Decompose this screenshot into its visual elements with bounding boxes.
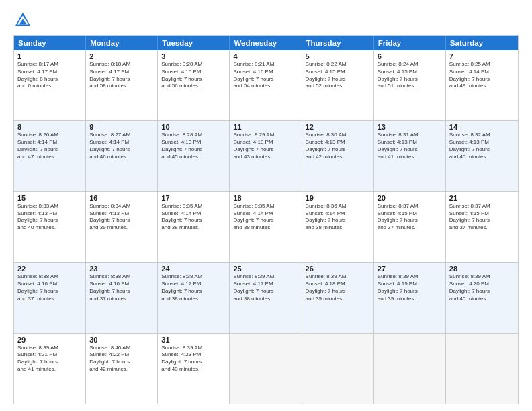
cell-line: Daylight: 7 hours — [161, 359, 226, 366]
cell-line: Daylight: 7 hours — [233, 288, 298, 295]
cell-line: and 54 minutes. — [233, 83, 298, 90]
cell-line: Sunrise: 8:30 AM — [306, 132, 370, 139]
day-cell-1: 1Sunrise: 8:17 AMSunset: 4:17 PMDaylight… — [14, 50, 86, 120]
cell-line: and 38 minutes. — [233, 295, 298, 303]
cell-line: and 43 minutes. — [161, 366, 226, 373]
cell-line: and 43 minutes. — [233, 154, 298, 161]
header-day-monday: Monday — [86, 36, 158, 50]
cell-line: Sunset: 4:23 PM — [161, 351, 226, 359]
cell-line: Daylight: 7 hours — [17, 146, 82, 154]
cell-line: Sunrise: 8:35 AM — [161, 203, 226, 210]
cell-line: Sunset: 4:16 PM — [233, 68, 298, 76]
day-number: 27 — [378, 265, 442, 273]
cell-line: and 41 minutes. — [17, 366, 82, 373]
cell-line: Sunrise: 8:31 AM — [378, 132, 442, 139]
cell-line: Sunrise: 8:17 AM — [17, 61, 82, 68]
day-number: 22 — [17, 265, 82, 273]
day-cell-11: 11Sunrise: 8:29 AMSunset: 4:13 PMDayligh… — [230, 121, 302, 191]
cell-line: Daylight: 7 hours — [233, 146, 298, 154]
day-number: 13 — [378, 123, 442, 131]
day-number: 8 — [17, 123, 82, 131]
day-cell-29: 29Sunrise: 8:39 AMSunset: 4:21 PMDayligh… — [14, 334, 86, 404]
cell-line: Sunrise: 8:22 AM — [306, 61, 370, 68]
day-number: 17 — [161, 194, 226, 202]
cell-line: Daylight: 7 hours — [89, 146, 154, 154]
day-cell-30: 30Sunrise: 8:40 AMSunset: 4:22 PMDayligh… — [86, 334, 158, 404]
day-number: 14 — [449, 123, 515, 131]
cell-line: and 58 minutes. — [89, 83, 154, 90]
page: SundayMondayTuesdayWednesdayThursdayFrid… — [0, 0, 532, 411]
cell-line: Sunset: 4:21 PM — [17, 351, 82, 359]
cell-line: Daylight: 7 hours — [449, 288, 515, 295]
cell-line: Daylight: 7 hours — [449, 146, 515, 154]
cell-line: Sunset: 4:16 PM — [161, 68, 226, 76]
day-number: 23 — [89, 265, 154, 273]
cell-line: Sunrise: 8:38 AM — [161, 273, 226, 281]
cell-line: and 37 minutes. — [89, 295, 154, 303]
cell-line: and 37 minutes. — [378, 224, 442, 232]
cell-line: Sunset: 4:15 PM — [378, 210, 442, 218]
day-cell-21: 21Sunrise: 8:37 AMSunset: 4:15 PMDayligh… — [446, 192, 518, 262]
day-cell-6: 6Sunrise: 8:24 AMSunset: 4:15 PMDaylight… — [374, 50, 446, 120]
day-cell-3: 3Sunrise: 8:20 AMSunset: 4:16 PMDaylight… — [158, 50, 230, 120]
cell-line: Sunrise: 8:21 AM — [233, 61, 298, 68]
cell-line: Sunset: 4:17 PM — [89, 68, 154, 76]
day-cell-16: 16Sunrise: 8:34 AMSunset: 4:13 PMDayligh… — [86, 192, 158, 262]
day-number: 24 — [161, 265, 226, 273]
empty-cell — [302, 334, 374, 404]
calendar-header: SundayMondayTuesdayWednesdayThursdayFrid… — [14, 36, 518, 50]
day-cell-13: 13Sunrise: 8:31 AMSunset: 4:13 PMDayligh… — [374, 121, 446, 191]
cell-line: Sunrise: 8:20 AM — [161, 61, 226, 68]
day-number: 30 — [89, 336, 154, 344]
cell-line: Daylight: 7 hours — [89, 76, 154, 83]
day-cell-25: 25Sunrise: 8:39 AMSunset: 4:17 PMDayligh… — [230, 263, 302, 332]
calendar-week-5: 29Sunrise: 8:39 AMSunset: 4:21 PMDayligh… — [14, 334, 518, 404]
day-number: 31 — [161, 336, 226, 344]
cell-line: Sunset: 4:16 PM — [17, 281, 82, 288]
cell-line: and 38 minutes. — [161, 295, 226, 303]
calendar-week-1: 1Sunrise: 8:17 AMSunset: 4:17 PMDaylight… — [14, 50, 518, 121]
cell-line: Sunset: 4:17 PM — [161, 281, 226, 288]
day-number: 12 — [306, 123, 370, 131]
cell-line: and 37 minutes. — [449, 224, 515, 232]
cell-line: Daylight: 7 hours — [378, 146, 442, 154]
cell-line: Sunrise: 8:24 AM — [378, 61, 442, 68]
cell-line: and 40 minutes. — [17, 224, 82, 232]
cell-line: and 38 minutes. — [233, 224, 298, 232]
cell-line: Sunset: 4:15 PM — [306, 68, 370, 76]
day-number: 26 — [306, 265, 370, 273]
cell-line: Sunrise: 8:26 AM — [17, 132, 82, 139]
cell-line: and 51 minutes. — [378, 83, 442, 90]
day-number: 15 — [17, 194, 82, 202]
cell-line: Sunrise: 8:32 AM — [449, 132, 515, 139]
empty-cell — [374, 334, 446, 404]
cell-line: Sunset: 4:19 PM — [378, 281, 442, 288]
cell-line: and 47 minutes. — [17, 154, 82, 161]
cell-line: and 38 minutes. — [306, 224, 370, 232]
cell-line: Sunset: 4:13 PM — [449, 139, 515, 146]
day-cell-5: 5Sunrise: 8:22 AMSunset: 4:15 PMDaylight… — [302, 50, 374, 120]
header-day-tuesday: Tuesday — [158, 36, 230, 50]
cell-line: Sunrise: 8:25 AM — [449, 61, 515, 68]
calendar: SundayMondayTuesdayWednesdayThursdayFrid… — [13, 35, 519, 404]
cell-line: Daylight: 7 hours — [17, 359, 82, 366]
cell-line: Daylight: 7 hours — [306, 288, 370, 295]
cell-line: Sunset: 4:13 PM — [233, 139, 298, 146]
day-number: 1 — [17, 52, 82, 60]
cell-line: Daylight: 7 hours — [161, 76, 226, 83]
cell-line: Daylight: 7 hours — [449, 217, 515, 224]
cell-line: Sunset: 4:15 PM — [449, 210, 515, 218]
cell-line: Sunset: 4:17 PM — [233, 281, 298, 288]
day-cell-20: 20Sunrise: 8:37 AMSunset: 4:15 PMDayligh… — [374, 192, 446, 262]
cell-line: Sunrise: 8:39 AM — [306, 273, 370, 281]
cell-line: and 46 minutes. — [89, 154, 154, 161]
day-cell-9: 9Sunrise: 8:27 AMSunset: 4:14 PMDaylight… — [86, 121, 158, 191]
cell-line: Sunrise: 8:35 AM — [233, 203, 298, 210]
cell-line: Daylight: 7 hours — [378, 288, 442, 295]
day-cell-22: 22Sunrise: 8:38 AMSunset: 4:16 PMDayligh… — [14, 263, 86, 332]
cell-line: Sunrise: 8:34 AM — [89, 203, 154, 210]
cell-line: Daylight: 7 hours — [17, 217, 82, 224]
day-cell-26: 26Sunrise: 8:39 AMSunset: 4:18 PMDayligh… — [302, 263, 374, 332]
logo-icon — [13, 11, 32, 30]
header-day-wednesday: Wednesday — [230, 36, 302, 50]
